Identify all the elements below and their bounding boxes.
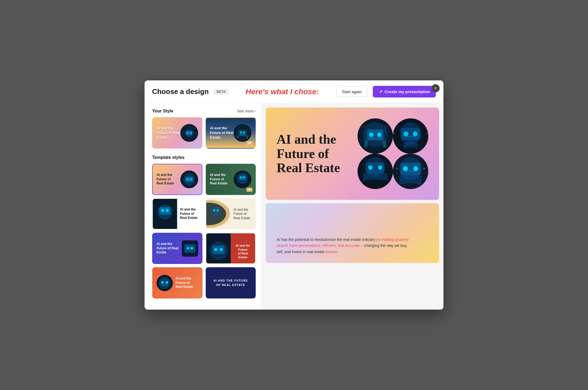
external-link-icon: ↗ [379,89,382,94]
create-presentation-button[interactable]: ↗ Create my presentation [373,86,436,98]
chevron-right-icon: › [254,109,256,113]
slide-title: AI and the Future of Real Estate [277,132,358,175]
svg-point-86 [413,166,418,171]
template-card-10[interactable]: AI AND THE FUTUREOF REAL ESTATE [206,267,256,298]
preview-slide-2[interactable]: AI has the potential to revolutionize th… [266,203,439,263]
svg-point-38 [217,209,218,211]
svg-point-42 [190,247,193,250]
svg-rect-31 [159,207,171,215]
svg-point-68 [404,131,408,136]
card-title: AI and theFuture ofReal Estate [210,173,228,186]
svg-point-57 [377,133,381,137]
svg-point-47 [220,248,223,251]
circle-1 [358,118,393,154]
svg-point-76 [368,165,373,170]
your-style-title: Your Style [152,109,173,114]
preview-slide-1[interactable]: AI and the Future of Real Estate [266,108,439,200]
card-badge-2: 📖 [246,188,252,192]
svg-point-85 [403,166,408,171]
svg-rect-13 [240,134,245,135]
card-image [157,275,173,291]
style-card-2[interactable]: AI and theFuture of RealEstate [206,117,256,149]
your-style-grid: AI and theFuture of RealEstate [152,117,256,149]
svg-point-4 [186,132,188,134]
modal-body: Your Style See more › AI and theFuture o… [145,103,443,310]
card-title: AI and theFuture of RealEstate [157,126,180,140]
svg-rect-52 [161,285,168,285]
svg-point-12 [243,131,245,134]
card-title: AI and theFuture ofReal Estate [157,173,174,186]
template-card-4[interactable]: AI and theFuture ofReal Estate 📖 [206,164,256,195]
see-more-button[interactable]: See more › [237,109,256,113]
card-image [234,124,251,142]
svg-point-20 [190,178,192,180]
card-title: AI and theFuture ofReal Estate [231,205,253,223]
card-image [180,124,198,142]
svg-point-11 [240,131,242,134]
template-styles-title: Template styles [152,155,184,160]
svg-rect-40 [184,244,195,253]
svg-point-56 [369,133,373,137]
slide-body: AI has the potential to revolutionize th… [277,237,412,255]
template-styles-section-header: Template styles [152,155,256,160]
svg-point-33 [166,209,169,212]
svg-point-46 [214,248,217,251]
your-style-section-header: Your Style See more › [152,109,256,114]
template-card-6[interactable]: AI and theFuture ofReal Estate [206,198,256,229]
card-badge: 📖 [247,141,252,145]
svg-rect-10 [238,130,247,136]
right-panel: AI and the Future of Real Estate [261,103,443,310]
template-styles-grid: AI and theFuture ofReal Estate [152,164,256,298]
svg-point-50 [161,281,164,284]
svg-rect-60 [383,141,386,147]
svg-rect-18 [185,177,193,182]
beta-badge: BETA [214,89,228,95]
highlight-text-2: forever. [326,250,339,254]
circle-4 [393,154,428,189]
svg-point-27 [243,177,245,178]
svg-point-32 [161,209,164,212]
circle-2 [393,118,428,154]
highlight-text: by making property search more personali… [277,237,409,248]
four-circles-decoration [358,118,428,189]
svg-rect-45 [212,246,224,254]
svg-point-88 [396,168,398,169]
close-button[interactable]: × [431,84,440,92]
design-modal: Choose a design BETA Here's what I chose… [145,80,443,310]
svg-point-69 [413,131,418,136]
template-card-8[interactable]: AI and the Futureof Real Estate [206,233,256,264]
style-card-1[interactable]: AI and theFuture of RealEstate [152,117,202,149]
card-image [180,171,198,188]
card-image-left [206,233,231,264]
card-title: AI AND THE FUTUREOF REAL ESTATE [213,279,248,287]
card-title: AI and theFuture ofReal Estate [177,205,200,223]
card-title: AI and the Futureof Real Estate [233,244,252,259]
svg-rect-59 [364,141,368,147]
header-subtitle: Here's what I chose: [234,87,331,96]
svg-point-37 [213,209,215,211]
card-image [182,240,198,257]
card-title: AI and the Future ofReal Estate [176,276,198,289]
splash-bg [206,199,233,229]
svg-rect-14 [237,135,239,139]
template-card-3[interactable]: AI and theFuture ofReal Estate [152,164,202,195]
card-image [153,199,177,229]
template-card-5[interactable]: AI and theFuture ofReal Estate [152,198,202,229]
svg-point-19 [186,178,188,180]
svg-point-49 [159,277,171,289]
svg-point-5 [190,132,192,134]
left-panel: Your Style See more › AI and theFuture o… [145,103,261,310]
svg-point-51 [165,281,168,284]
card-image [234,171,251,188]
svg-point-77 [378,165,382,170]
template-card-9[interactable]: AI and the Future ofReal Estate [152,267,202,298]
card-text-right: AI and the Futureof Real Estate [231,233,255,264]
template-card-7[interactable]: AI and theFuture of RealEstate [152,233,202,264]
modal-title: Choose a design [152,87,209,96]
svg-rect-15 [246,135,248,139]
svg-point-89 [423,168,425,169]
start-again-button[interactable]: Start again [336,86,368,97]
card-title: AI and theFuture of RealEstate [210,126,234,140]
svg-point-36 [211,207,220,216]
card-title: AI and theFuture of RealEstate [157,242,179,255]
